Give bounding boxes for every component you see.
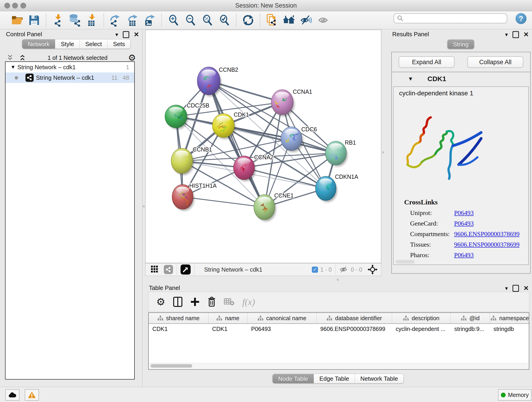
export-table-icon[interactable] [126, 14, 140, 27]
cloud-status-button[interactable] [5, 389, 19, 401]
expand-all-button[interactable]: Expand All [399, 56, 455, 68]
create-column-icon[interactable] [190, 297, 200, 306]
crosslink-row: Pharos:P06493 [410, 251, 528, 259]
zoom-out-icon[interactable] [183, 14, 197, 27]
network-node-HIST1H1A[interactable]: HIST1H1A [172, 182, 217, 211]
table-scrollbar[interactable] [149, 363, 528, 369]
grid-view-icon[interactable] [151, 266, 160, 274]
table-cell[interactable]: stringdb:9... [451, 326, 490, 332]
zoom-in-icon[interactable] [166, 14, 181, 27]
search-input[interactable] [404, 15, 507, 22]
hidden-count: 0 - 0 [351, 266, 362, 273]
search-field[interactable] [394, 13, 507, 23]
network-node-CCNB1[interactable]: CCNB1 [171, 146, 212, 175]
show-columns-icon[interactable] [173, 297, 183, 307]
panel-maximize-icon[interactable] [123, 31, 129, 38]
tree-expander-icon[interactable]: ▼ [11, 64, 17, 70]
table-cell[interactable]: 9606.ENSP00000378699 [317, 326, 392, 332]
help-button[interactable]: ? [515, 13, 526, 24]
refresh-icon[interactable] [241, 14, 255, 27]
table-cell[interactable]: CDK1 [149, 326, 209, 332]
network-node-CCNA1[interactable]: CCNA1 [271, 89, 312, 116]
delete-column-icon[interactable] [207, 297, 216, 307]
warnings-button[interactable] [25, 389, 39, 401]
column-header-shared-name[interactable]: shared name [149, 313, 209, 323]
hide-results-icon[interactable] [299, 14, 313, 27]
vertical-splitter-handle[interactable] [382, 151, 384, 153]
gene-header-row[interactable]: ▼ CDK1 [392, 72, 530, 85]
crosslink-link[interactable]: 9606.ENSP00000378699 [454, 241, 519, 248]
tab-node-table[interactable]: Node Table [272, 374, 314, 383]
horizontal-splitter-handle[interactable] [337, 279, 339, 281]
birds-eye-view-icon[interactable] [367, 264, 378, 275]
export-network-icon[interactable] [109, 14, 123, 27]
import-table-icon[interactable] [85, 14, 99, 27]
column-header-name[interactable]: name [209, 313, 247, 323]
crosslink-link[interactable]: P06493 [454, 251, 474, 259]
crosslink-link[interactable]: 9606.ENSP00000378699 [454, 230, 519, 238]
network-node-CDK1[interactable]: CDK1 [212, 111, 249, 139]
node-table[interactable]: shared namenamecanonical namedatabase id… [148, 313, 529, 370]
panel-close-icon[interactable]: ✕ [134, 31, 139, 38]
application-window: Session: New Session ? Control Panel ▾ ✕… [0, 0, 532, 402]
column-header-namespace[interactable]: namespace [490, 313, 529, 323]
collapse-all-icon[interactable] [6, 54, 15, 61]
network-canvas[interactable]: CCNB2CCNA1CDC25BCDK1CDC6RB1CCNB1CCNA2CDK… [145, 30, 381, 263]
table-options-gear-icon[interactable]: ⚙ [156, 297, 165, 307]
tab-string[interactable]: String [447, 39, 474, 49]
column-header-description[interactable]: description [392, 313, 451, 323]
network-node-CDKN1A[interactable]: CDKN1A [316, 173, 358, 202]
tab-network[interactable]: Network [22, 39, 55, 49]
panel-close-icon[interactable]: ✕ [524, 284, 529, 292]
string-import-icon[interactable] [265, 14, 279, 27]
scrollbar-thumb[interactable] [151, 364, 192, 368]
selected-checkbox-icon[interactable]: ✓ [312, 267, 318, 273]
tab-edge-table[interactable]: Edge Table [314, 374, 355, 383]
panel-maximize-icon[interactable] [513, 31, 519, 38]
network-edge[interactable] [183, 197, 264, 207]
tab-sets[interactable]: Sets [108, 39, 131, 49]
tab-style[interactable]: Style [55, 39, 80, 49]
export-image-icon[interactable] [143, 14, 157, 27]
tab-network-table[interactable]: Network Table [355, 374, 404, 383]
vertical-splitter-handle[interactable] [143, 205, 145, 207]
results-scrollbar[interactable] [395, 260, 415, 264]
gene-collapse-icon[interactable]: ▼ [408, 76, 413, 82]
zoom-fit-icon[interactable] [200, 14, 215, 27]
network-node-CCNB2[interactable]: CCNB2 [197, 66, 238, 96]
panel-close-icon[interactable]: ✕ [524, 31, 529, 38]
network-options-gear-icon[interactable]: ⚙ [128, 53, 136, 62]
table-cell[interactable]: cyclin-dependent ... [392, 326, 451, 332]
panel-float-icon[interactable]: ▾ [115, 32, 118, 38]
zoom-selected-icon[interactable] [217, 14, 231, 27]
table-cell[interactable]: P06493 [247, 326, 317, 332]
collapse-all-button[interactable]: Collapse All [467, 56, 523, 68]
open-in-new-window-icon[interactable] [181, 264, 191, 274]
table-row[interactable]: CDK1CDK1P064939606.ENSP00000378699cyclin… [149, 324, 529, 334]
open-session-icon[interactable] [10, 14, 24, 27]
tab-select[interactable]: Select [80, 39, 108, 49]
column-header-canonical-name[interactable]: canonical name [247, 313, 317, 323]
delete-table-icon [224, 298, 234, 306]
table-cell[interactable]: stringdb [490, 326, 529, 332]
network-graph[interactable]: CCNB2CCNA1CDC25BCDK1CDC6RB1CCNB1CCNA2CDK… [146, 30, 381, 263]
panel-float-icon[interactable]: ▾ [505, 32, 508, 38]
crosslink-link[interactable]: P06493 [454, 220, 474, 227]
network-row[interactable]: String Network – cdk1 11 48 [6, 72, 134, 83]
column-header-database-identifier[interactable]: database identifier [317, 313, 392, 323]
panel-maximize-icon[interactable] [513, 285, 519, 292]
table-cell[interactable]: CDK1 [209, 326, 247, 332]
network-node-CCNE1[interactable]: CCNE1 [254, 192, 294, 221]
memory-button[interactable]: Memory [498, 389, 532, 401]
panel-float-icon[interactable]: ▾ [505, 285, 508, 292]
import-network-icon[interactable] [51, 14, 65, 27]
string-home-icon[interactable] [282, 14, 296, 27]
column-header-@id[interactable]: @id [451, 313, 490, 323]
crosslink-link[interactable]: P06493 [454, 209, 474, 217]
show-results-icon[interactable] [316, 14, 330, 27]
network-node-RB1[interactable]: RB1 [325, 139, 356, 167]
network-collection-row[interactable]: ▼ String Network – cdk1 1 [6, 62, 134, 72]
expand-all-icon[interactable] [19, 54, 27, 61]
import-network-database-icon[interactable] [68, 14, 82, 27]
save-session-icon[interactable] [27, 14, 41, 27]
